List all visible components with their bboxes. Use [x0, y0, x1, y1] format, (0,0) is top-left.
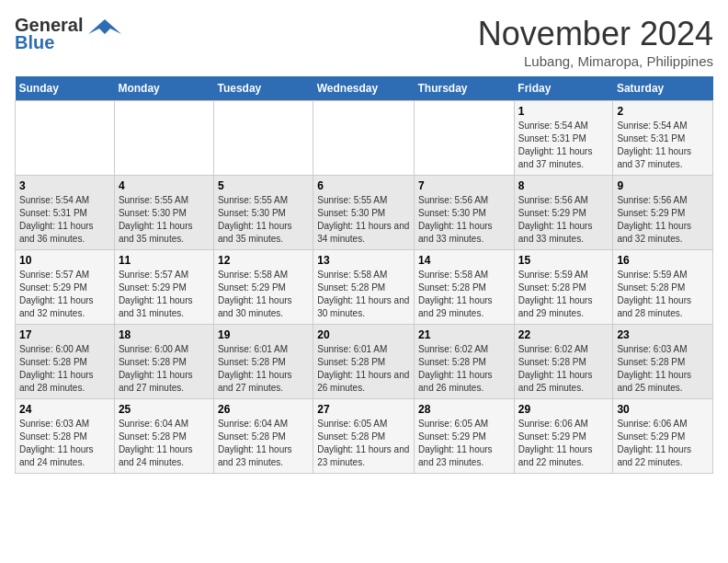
day-info: Sunrise: 6:06 AMSunset: 5:29 PMDaylight:… — [518, 418, 609, 469]
day-number: 23 — [617, 328, 709, 341]
column-header-thursday: Thursday — [415, 76, 515, 101]
day-number: 17 — [19, 328, 110, 341]
day-info: Sunrise: 5:56 AMSunset: 5:29 PMDaylight:… — [617, 194, 709, 246]
day-number: 30 — [617, 403, 709, 416]
day-number: 24 — [19, 403, 110, 416]
day-info: Sunrise: 6:03 AMSunset: 5:28 PMDaylight:… — [617, 343, 709, 395]
day-info: Sunrise: 5:54 AMSunset: 5:31 PMDaylight:… — [19, 194, 110, 246]
day-cell: 5Sunrise: 5:55 AMSunset: 5:30 PMDaylight… — [213, 176, 313, 250]
title-block: November 2024 Lubang, Mimaropa, Philippi… — [478, 15, 713, 69]
day-number: 1 — [518, 105, 609, 118]
column-header-wednesday: Wednesday — [313, 76, 415, 101]
day-cell: 11Sunrise: 5:57 AMSunset: 5:29 PMDayligh… — [114, 250, 213, 325]
column-header-monday: Monday — [114, 76, 213, 101]
day-cell: 30Sunrise: 6:06 AMSunset: 5:29 PMDayligh… — [613, 399, 713, 474]
day-number: 18 — [119, 328, 210, 341]
day-info: Sunrise: 5:56 AMSunset: 5:29 PMDaylight:… — [518, 194, 609, 246]
day-info: Sunrise: 5:57 AMSunset: 5:29 PMDaylight:… — [119, 269, 210, 320]
day-info: Sunrise: 5:54 AMSunset: 5:31 PMDaylight:… — [518, 120, 609, 171]
day-info: Sunrise: 6:05 AMSunset: 5:29 PMDaylight:… — [418, 418, 510, 469]
day-number: 11 — [119, 254, 210, 267]
day-cell: 21Sunrise: 6:02 AMSunset: 5:28 PMDayligh… — [415, 325, 515, 399]
day-cell — [114, 101, 213, 176]
day-cell: 14Sunrise: 5:58 AMSunset: 5:28 PMDayligh… — [415, 250, 515, 325]
day-cell: 28Sunrise: 6:05 AMSunset: 5:29 PMDayligh… — [415, 399, 515, 474]
day-info: Sunrise: 6:01 AMSunset: 5:28 PMDaylight:… — [218, 343, 309, 395]
day-cell: 29Sunrise: 6:06 AMSunset: 5:29 PMDayligh… — [514, 399, 613, 474]
day-number: 9 — [617, 179, 709, 192]
day-number: 5 — [218, 179, 309, 192]
day-info: Sunrise: 5:59 AMSunset: 5:28 PMDaylight:… — [518, 269, 609, 320]
calendar-table: SundayMondayTuesdayWednesdayThursdayFrid… — [15, 76, 713, 474]
day-info: Sunrise: 6:06 AMSunset: 5:29 PMDaylight:… — [617, 418, 709, 469]
day-cell: 16Sunrise: 5:59 AMSunset: 5:28 PMDayligh… — [613, 250, 713, 325]
month-title: November 2024 — [478, 15, 713, 53]
day-number: 7 — [418, 179, 510, 192]
day-info: Sunrise: 5:55 AMSunset: 5:30 PMDaylight:… — [317, 194, 410, 246]
day-info: Sunrise: 5:57 AMSunset: 5:29 PMDaylight:… — [19, 269, 110, 320]
day-info: Sunrise: 6:03 AMSunset: 5:28 PMDaylight:… — [19, 418, 110, 469]
day-number: 4 — [119, 179, 210, 192]
day-info: Sunrise: 6:00 AMSunset: 5:28 PMDaylight:… — [19, 343, 110, 395]
day-number: 6 — [317, 179, 410, 192]
column-header-friday: Friday — [514, 76, 613, 101]
day-info: Sunrise: 5:56 AMSunset: 5:30 PMDaylight:… — [418, 194, 510, 246]
day-number: 14 — [418, 254, 510, 267]
day-cell: 17Sunrise: 6:00 AMSunset: 5:28 PMDayligh… — [16, 325, 115, 399]
day-cell: 8Sunrise: 5:56 AMSunset: 5:29 PMDaylight… — [514, 176, 613, 250]
day-cell: 20Sunrise: 6:01 AMSunset: 5:28 PMDayligh… — [313, 325, 415, 399]
day-number: 29 — [518, 403, 609, 416]
day-number: 2 — [617, 105, 709, 118]
day-info: Sunrise: 6:02 AMSunset: 5:28 PMDaylight:… — [518, 343, 609, 395]
week-row-3: 10Sunrise: 5:57 AMSunset: 5:29 PMDayligh… — [16, 250, 713, 325]
page-header: General Blue November 2024 Lubang, Mimar… — [15, 15, 713, 69]
day-cell: 19Sunrise: 6:01 AMSunset: 5:28 PMDayligh… — [213, 325, 313, 399]
day-info: Sunrise: 5:58 AMSunset: 5:28 PMDaylight:… — [317, 269, 410, 320]
day-cell: 24Sunrise: 6:03 AMSunset: 5:28 PMDayligh… — [16, 399, 115, 474]
week-row-4: 17Sunrise: 6:00 AMSunset: 5:28 PMDayligh… — [16, 325, 713, 399]
day-cell: 22Sunrise: 6:02 AMSunset: 5:28 PMDayligh… — [514, 325, 613, 399]
day-number: 13 — [317, 254, 410, 267]
day-cell: 25Sunrise: 6:04 AMSunset: 5:28 PMDayligh… — [114, 399, 213, 474]
day-cell: 13Sunrise: 5:58 AMSunset: 5:28 PMDayligh… — [313, 250, 415, 325]
week-row-2: 3Sunrise: 5:54 AMSunset: 5:31 PMDaylight… — [16, 176, 713, 250]
svg-marker-0 — [88, 19, 121, 34]
day-cell — [213, 101, 313, 176]
day-info: Sunrise: 5:55 AMSunset: 5:30 PMDaylight:… — [218, 194, 309, 246]
day-info: Sunrise: 6:04 AMSunset: 5:28 PMDaylight:… — [218, 418, 309, 469]
day-number: 28 — [418, 403, 510, 416]
calendar-body: 1Sunrise: 5:54 AMSunset: 5:31 PMDaylight… — [16, 101, 713, 474]
day-cell: 27Sunrise: 6:05 AMSunset: 5:28 PMDayligh… — [313, 399, 415, 474]
day-cell: 10Sunrise: 5:57 AMSunset: 5:29 PMDayligh… — [16, 250, 115, 325]
day-number: 12 — [218, 254, 309, 267]
day-cell: 9Sunrise: 5:56 AMSunset: 5:29 PMDaylight… — [613, 176, 713, 250]
day-number: 27 — [317, 403, 410, 416]
day-number: 15 — [518, 254, 609, 267]
day-info: Sunrise: 5:59 AMSunset: 5:28 PMDaylight:… — [617, 269, 709, 320]
day-info: Sunrise: 5:55 AMSunset: 5:30 PMDaylight:… — [119, 194, 210, 246]
logo: General Blue — [15, 15, 121, 53]
day-info: Sunrise: 5:58 AMSunset: 5:28 PMDaylight:… — [418, 269, 510, 320]
day-number: 25 — [119, 403, 210, 416]
day-cell: 15Sunrise: 5:59 AMSunset: 5:28 PMDayligh… — [514, 250, 613, 325]
day-cell: 6Sunrise: 5:55 AMSunset: 5:30 PMDaylight… — [313, 176, 415, 250]
day-number: 26 — [218, 403, 309, 416]
column-header-saturday: Saturday — [613, 76, 713, 101]
day-info: Sunrise: 5:58 AMSunset: 5:29 PMDaylight:… — [218, 269, 309, 320]
calendar-header-row: SundayMondayTuesdayWednesdayThursdayFrid… — [16, 76, 713, 101]
day-cell: 26Sunrise: 6:04 AMSunset: 5:28 PMDayligh… — [213, 399, 313, 474]
day-info: Sunrise: 6:04 AMSunset: 5:28 PMDaylight:… — [119, 418, 210, 469]
week-row-5: 24Sunrise: 6:03 AMSunset: 5:28 PMDayligh… — [16, 399, 713, 474]
day-cell: 23Sunrise: 6:03 AMSunset: 5:28 PMDayligh… — [613, 325, 713, 399]
week-row-1: 1Sunrise: 5:54 AMSunset: 5:31 PMDaylight… — [16, 101, 713, 176]
day-cell: 2Sunrise: 5:54 AMSunset: 5:31 PMDaylight… — [613, 101, 713, 176]
day-info: Sunrise: 5:54 AMSunset: 5:31 PMDaylight:… — [617, 120, 709, 171]
day-number: 8 — [518, 179, 609, 192]
day-number: 20 — [317, 328, 410, 341]
day-number: 19 — [218, 328, 309, 341]
day-cell: 18Sunrise: 6:00 AMSunset: 5:28 PMDayligh… — [114, 325, 213, 399]
day-info: Sunrise: 6:05 AMSunset: 5:28 PMDaylight:… — [317, 418, 410, 469]
day-cell — [415, 101, 515, 176]
logo-bird-icon — [88, 17, 121, 36]
column-header-sunday: Sunday — [16, 76, 115, 101]
